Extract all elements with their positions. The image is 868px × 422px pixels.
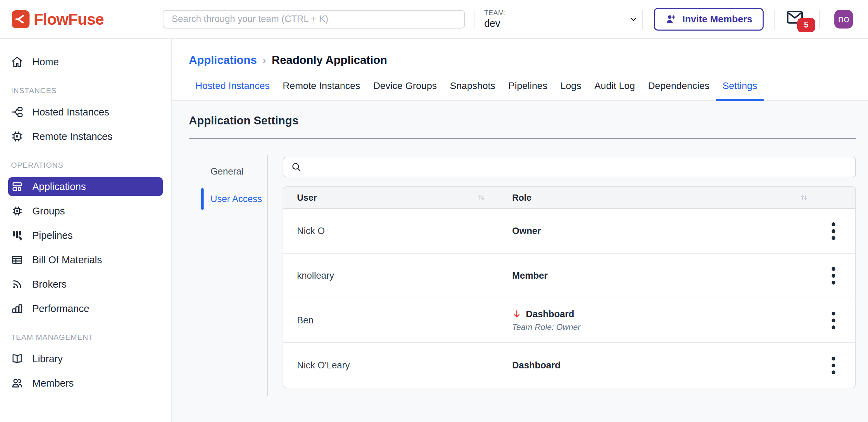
sort-icon xyxy=(476,192,487,203)
role-downgrade-arrow-icon xyxy=(512,309,522,319)
role-label: Dashboard xyxy=(526,309,574,320)
settings-nav-label: User Access xyxy=(210,194,262,204)
sidebar-item-label: Bill Of Materials xyxy=(32,254,102,266)
team-name: dev xyxy=(484,18,506,29)
user-access-search-box xyxy=(283,157,856,177)
role-cell: Dashboard xyxy=(498,360,821,371)
role-cell: Owner xyxy=(498,226,821,236)
sidebar-item-label: Applications xyxy=(32,181,86,192)
sidebar-section-team-management: TEAM MANAGEMENT xyxy=(11,333,171,342)
role-cell: Member xyxy=(498,270,821,281)
team-search-input[interactable] xyxy=(172,14,456,24)
tab-settings[interactable]: Settings xyxy=(716,80,764,100)
tab-snapshots[interactable]: Snapshots xyxy=(443,80,502,100)
pipelines-icon xyxy=(11,229,23,242)
tab-device-groups[interactable]: Device Groups xyxy=(367,80,443,100)
settings-subnav: General User Access xyxy=(189,155,267,396)
invite-members-button[interactable]: Invite Members xyxy=(654,8,764,31)
tab-hosted-instances[interactable]: Hosted Instances xyxy=(189,80,276,100)
active-indicator-bar xyxy=(201,161,204,182)
sidebar-item-label: Remote Instances xyxy=(32,131,113,142)
sidebar-section-instances: INSTANCES xyxy=(11,86,171,95)
sidebar-item-label: Hosted Instances xyxy=(32,107,109,118)
sidebar-item-label: Members xyxy=(32,378,74,389)
sidebar-item-library[interactable]: Library xyxy=(8,349,163,368)
sidebar-item-brokers[interactable]: Brokers xyxy=(8,275,163,293)
table-row: Nick O Owner xyxy=(283,209,855,254)
tab-logs[interactable]: Logs xyxy=(554,80,588,100)
sidebar-section-operations: OPERATIONS xyxy=(11,161,171,170)
sidebar-item-applications[interactable]: Applications xyxy=(8,177,163,196)
application-tabs: Hosted Instances Remote Instances Device… xyxy=(189,80,868,100)
members-icon xyxy=(11,377,23,389)
tab-audit-log[interactable]: Audit Log xyxy=(588,80,641,100)
column-header-label: Role xyxy=(512,192,531,203)
user-access-search-input[interactable] xyxy=(307,162,848,173)
home-icon xyxy=(11,56,23,68)
column-header-role[interactable]: Role xyxy=(498,192,821,203)
sidebar: Home INSTANCES Hosted Instances Remote I… xyxy=(0,39,172,422)
sidebar-item-hosted-instances[interactable]: Hosted Instances xyxy=(8,103,163,121)
main-content: Applications › Readonly Application Host… xyxy=(172,39,868,422)
page-header: Applications › Readonly Application Host… xyxy=(172,39,868,101)
row-actions-kebab-button[interactable] xyxy=(824,353,843,378)
breadcrumb: Applications › Readonly Application xyxy=(189,53,868,67)
row-actions-kebab-button[interactable] xyxy=(824,219,843,243)
sidebar-item-remote-instances[interactable]: Remote Instances xyxy=(8,127,163,146)
breadcrumb-current-application: Readonly Application xyxy=(272,54,387,67)
active-indicator-bar xyxy=(201,188,204,210)
role-cell: Dashboard Team Role: Owner xyxy=(498,309,821,332)
applications-icon xyxy=(11,180,23,193)
settings-divider xyxy=(189,138,856,139)
user-cell: Nick O'Leary xyxy=(283,360,498,371)
sidebar-item-members[interactable]: Members xyxy=(8,374,163,392)
book-icon xyxy=(11,353,23,365)
bill-of-materials-icon xyxy=(11,254,23,266)
notification-count-badge: 5 xyxy=(797,18,815,32)
sidebar-item-label: Home xyxy=(32,56,59,68)
user-avatar[interactable]: no xyxy=(834,10,853,29)
table-row: Nick O'Leary Dashboard xyxy=(283,343,855,388)
settings-nav-general[interactable]: General xyxy=(189,161,267,182)
search-icon xyxy=(291,162,302,173)
sidebar-item-label: Pipelines xyxy=(32,230,73,241)
bar-chart-icon xyxy=(11,302,23,315)
sidebar-item-pipelines[interactable]: Pipelines xyxy=(8,226,163,245)
team-selector[interactable]: TEAM: dev xyxy=(481,9,642,29)
settings-nav-label: General xyxy=(210,166,243,177)
row-actions-kebab-button[interactable] xyxy=(824,263,843,288)
breadcrumb-separator: › xyxy=(262,53,266,67)
user-access-table: User Role xyxy=(283,186,856,388)
flowfuse-logo-icon xyxy=(12,10,30,28)
flowfuse-logo[interactable]: FlowFuse xyxy=(12,10,104,29)
rss-broker-icon xyxy=(11,278,23,290)
header-divider xyxy=(642,10,643,29)
table-row: knolleary Member xyxy=(283,254,855,298)
user-plus-icon xyxy=(665,13,677,25)
table-row: Ben Dashboard Team Role: Owner xyxy=(283,298,855,343)
column-header-label: User xyxy=(297,192,317,203)
tab-remote-instances[interactable]: Remote Instances xyxy=(276,80,367,100)
table-header-row: User Role xyxy=(283,187,855,209)
groups-chip-icon xyxy=(11,205,23,217)
notifications-button[interactable]: 5 xyxy=(786,6,810,32)
subnav-divider xyxy=(267,155,268,396)
sidebar-item-performance[interactable]: Performance xyxy=(8,299,163,318)
tab-pipelines[interactable]: Pipelines xyxy=(502,80,554,100)
settings-title: Application Settings xyxy=(189,114,856,127)
row-actions-kebab-button[interactable] xyxy=(824,308,843,333)
sidebar-item-label: Brokers xyxy=(32,279,67,290)
user-cell: Ben xyxy=(283,315,498,326)
chevron-down-icon xyxy=(628,14,639,24)
sidebar-item-label: Library xyxy=(32,353,63,365)
column-header-user[interactable]: User xyxy=(283,192,498,203)
user-cell: Nick O xyxy=(283,226,498,236)
sidebar-item-home[interactable]: Home xyxy=(8,53,163,71)
header-divider xyxy=(774,10,775,29)
sidebar-item-groups[interactable]: Groups xyxy=(8,202,163,220)
settings-nav-user-access[interactable]: User Access xyxy=(189,188,267,210)
sidebar-item-bill-of-materials[interactable]: Bill Of Materials xyxy=(8,251,163,269)
breadcrumb-link-applications[interactable]: Applications xyxy=(189,54,257,67)
tab-dependencies[interactable]: Dependencies xyxy=(641,80,716,100)
cpu-chip-icon xyxy=(11,130,23,143)
